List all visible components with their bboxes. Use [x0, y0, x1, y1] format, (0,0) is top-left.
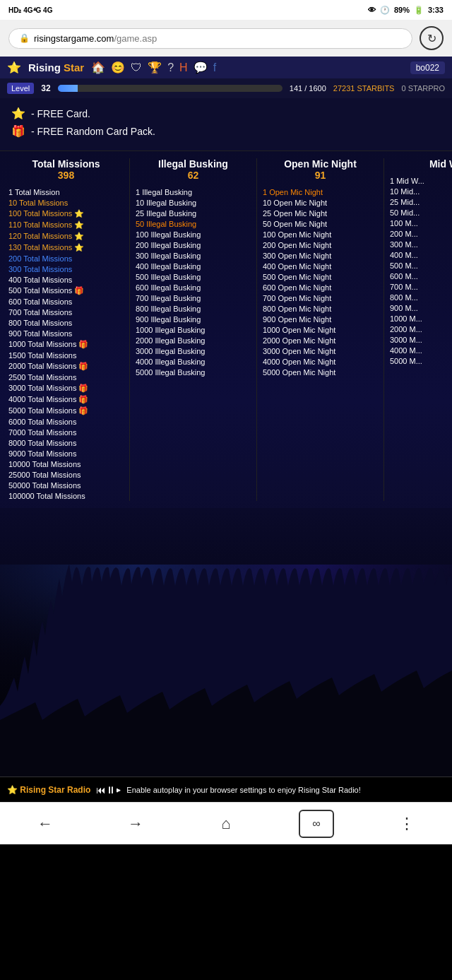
mission-item[interactable]: 25000 Total Missions — [8, 469, 124, 480]
mission-item[interactable]: 800 M... — [390, 292, 452, 302]
mission-item[interactable]: 50 Illegal Busking — [136, 218, 251, 229]
mission-item[interactable]: 2000 Illegal Busking — [136, 335, 251, 346]
mission-item[interactable]: 10 Illegal Busking — [136, 197, 251, 208]
trophy-icon[interactable]: 🏆 — [148, 61, 162, 74]
mission-item[interactable]: 10000 Total Missions — [8, 459, 124, 469]
mission-item[interactable]: 5000 Total Missions 🎁 — [8, 405, 124, 416]
mission-item[interactable]: 900 Illegal Busking — [136, 314, 251, 324]
mission-item[interactable]: 300 M... — [390, 239, 452, 249]
mission-item[interactable]: 1000 M... — [390, 313, 452, 324]
mission-item[interactable]: 3000 Open Mic Night — [263, 346, 378, 356]
mission-item[interactable]: 500 Illegal Busking — [136, 271, 251, 282]
home-icon[interactable]: 🏠 — [91, 61, 105, 74]
mission-item[interactable]: 1 Illegal Busking — [136, 187, 251, 197]
mission-item[interactable]: 400 Open Mic Night — [263, 261, 378, 271]
mission-item[interactable]: 25 Illegal Busking — [136, 208, 251, 218]
mission-item[interactable]: 500 Open Mic Night — [263, 271, 378, 282]
refresh-button[interactable]: ↻ — [420, 26, 444, 50]
mission-item[interactable]: 100 Open Mic Night — [263, 229, 378, 240]
home-button[interactable]: ⌂ — [208, 810, 244, 838]
mission-item[interactable]: 4000 Total Missions 🎁 — [8, 394, 124, 405]
mission-item[interactable]: 25 Open Mic Night — [263, 208, 378, 218]
mission-item[interactable]: 100 Total Missions ⭐ — [8, 208, 124, 219]
help-icon[interactable]: ? — [167, 61, 174, 74]
mission-item[interactable]: 120 Total Missions ⭐ — [8, 230, 124, 242]
mission-item[interactable]: 600 Total Missions — [8, 296, 124, 307]
mission-item[interactable]: 600 Illegal Busking — [136, 282, 251, 293]
mission-item[interactable]: 900 Open Mic Night — [263, 314, 378, 324]
hive-icon[interactable]: H — [179, 61, 188, 74]
mission-item[interactable]: 50 Open Mic Night — [263, 218, 378, 229]
mission-item[interactable]: 4000 M... — [390, 345, 452, 355]
mission-item[interactable]: 130 Total Missions ⭐ — [8, 242, 124, 253]
mission-item[interactable]: 2000 M... — [390, 324, 452, 334]
mission-item[interactable]: 300 Total Missions — [8, 264, 124, 274]
mission-item[interactable]: 10 Total Missions — [8, 197, 124, 208]
mission-item[interactable]: 400 Total Missions — [8, 274, 124, 285]
mission-item[interactable]: 4000 Illegal Busking — [136, 356, 251, 367]
mission-item[interactable]: 200 M... — [390, 228, 452, 239]
mission-item[interactable]: 100 M... — [390, 218, 452, 228]
mission-item[interactable]: 500 M... — [390, 260, 452, 271]
mission-item[interactable]: 900 M... — [390, 302, 452, 313]
reward-free-pack[interactable]: 🎁 - FREE Random Card Pack. — [11, 124, 441, 138]
mission-item[interactable]: 300 Open Mic Night — [263, 250, 378, 261]
mission-item[interactable]: 50 Mid... — [390, 207, 452, 218]
mission-item[interactable]: 700 Open Mic Night — [263, 293, 378, 303]
radio-controls[interactable]: ⏮⏸▶ — [96, 784, 121, 796]
shield-icon[interactable]: 🛡 — [131, 61, 142, 74]
mission-item[interactable]: 8000 Total Missions — [8, 437, 124, 448]
mission-item[interactable]: 50000 Total Missions — [8, 480, 124, 490]
mission-item[interactable]: 6000 Total Missions — [8, 416, 124, 427]
mission-item[interactable]: 900 Total Missions — [8, 328, 124, 338]
menu-button[interactable]: ⋮ — [389, 810, 424, 838]
mission-item[interactable]: 3000 Illegal Busking — [136, 346, 251, 356]
mission-item[interactable]: 200 Illegal Busking — [136, 240, 251, 250]
mission-item[interactable]: 3000 M... — [390, 334, 452, 345]
mission-item[interactable]: 10 Open Mic Night — [263, 197, 378, 208]
mission-item[interactable]: 1000 Open Mic Night — [263, 324, 378, 335]
mission-item[interactable]: 10 Mid... — [390, 186, 452, 196]
forward-button[interactable]: → — [118, 810, 153, 838]
discord-icon[interactable]: 💬 — [194, 61, 208, 74]
mission-item[interactable]: 110 Total Missions ⭐ — [8, 219, 124, 230]
mission-item[interactable]: 700 Total Missions — [8, 307, 124, 317]
mission-item[interactable]: 700 Illegal Busking — [136, 293, 251, 303]
mission-item[interactable]: 5000 M... — [390, 355, 452, 366]
mission-item[interactable]: 2000 Total Missions 🎁 — [8, 360, 124, 372]
mission-item[interactable]: 7000 Total Missions — [8, 427, 124, 437]
mission-item[interactable]: 300 Illegal Busking — [136, 250, 251, 261]
mission-item[interactable]: 1 Mid W... — [390, 175, 452, 186]
mission-item[interactable]: 1000 Total Missions 🎁 — [8, 338, 124, 350]
mission-item[interactable]: 1 Total Mission — [8, 187, 124, 197]
mission-item[interactable]: 5000 Illegal Busking — [136, 367, 251, 377]
mission-item[interactable]: 100 Illegal Busking — [136, 229, 251, 240]
url-input[interactable]: 🔒 risingstargame.com/game.asp — [8, 28, 412, 49]
mission-item[interactable]: 25 Mid... — [390, 196, 452, 207]
mission-item[interactable]: 200 Open Mic Night — [263, 240, 378, 250]
mission-item[interactable]: 800 Open Mic Night — [263, 303, 378, 314]
mission-item[interactable]: 5000 Open Mic Night — [263, 367, 378, 377]
mission-item[interactable]: 600 M... — [390, 271, 452, 281]
missions-table[interactable]: Total Missions3981 Total Mission10 Total… — [0, 151, 452, 508]
tabs-button[interactable]: ∞ — [299, 810, 334, 838]
reward-free-card[interactable]: ⭐ - FREE Card. — [11, 107, 441, 120]
mission-item[interactable]: 400 M... — [390, 249, 452, 260]
profile-icon[interactable]: 😊 — [111, 61, 125, 74]
mission-item[interactable]: 800 Illegal Busking — [136, 303, 251, 314]
mission-item[interactable]: 400 Illegal Busking — [136, 261, 251, 271]
mission-item[interactable]: 3000 Total Missions 🎁 — [8, 382, 124, 394]
mission-item[interactable]: 500 Total Missions 🎁 — [8, 285, 124, 296]
mission-item[interactable]: 2000 Open Mic Night — [263, 335, 378, 346]
mission-item[interactable]: 1500 Total Missions — [8, 350, 124, 360]
facebook-icon[interactable]: f — [213, 61, 216, 74]
back-button[interactable]: ← — [28, 810, 63, 838]
user-badge[interactable]: bo022 — [410, 61, 445, 74]
mission-item[interactable]: 2500 Total Missions — [8, 372, 124, 382]
mission-item[interactable]: 100000 Total Missions — [8, 490, 124, 501]
mission-item[interactable]: 800 Total Missions — [8, 317, 124, 328]
mission-item[interactable]: 700 M... — [390, 281, 452, 292]
mission-item[interactable]: 9000 Total Missions — [8, 448, 124, 459]
mission-item[interactable]: 600 Open Mic Night — [263, 282, 378, 293]
mission-item[interactable]: 1 Open Mic Night — [263, 187, 378, 197]
